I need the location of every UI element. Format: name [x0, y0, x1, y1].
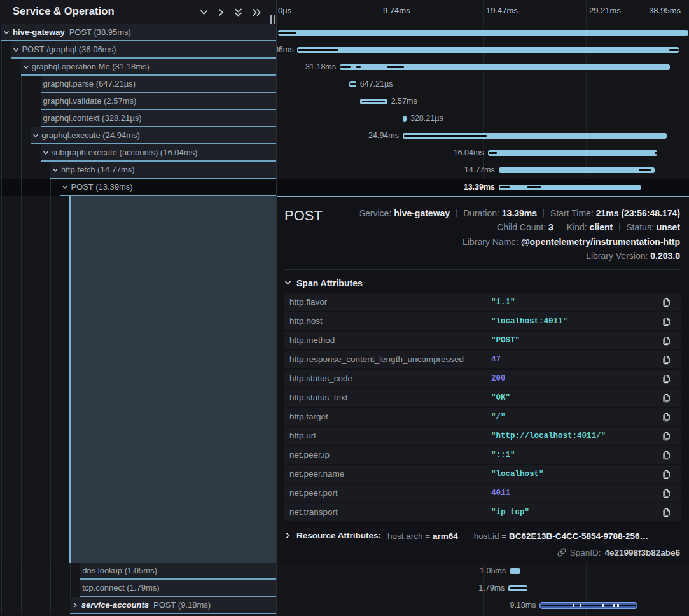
span-name-bar[interactable]: subgraph.execute (accounts) (16.04ms): [41, 144, 276, 162]
indent-guide: [31, 144, 31, 162]
span-name-bar[interactable]: service-accountsPOST (9.18ms): [70, 597, 276, 614]
timeline-row[interactable]: 14.77ms: [277, 162, 689, 179]
timeline-row[interactable]: 2.57ms: [277, 93, 689, 110]
timeline-row[interactable]: 1.05ms: [277, 563, 689, 580]
link-icon[interactable]: [557, 548, 566, 557]
span-name-bar[interactable]: POST (13.39ms): [60, 179, 276, 196]
chevron-down-icon[interactable]: [41, 150, 51, 156]
meta-label: Start Time:: [550, 208, 596, 218]
copy-icon[interactable]: [662, 470, 671, 479]
resource-key: host.id: [474, 531, 502, 541]
indent-guide: [50, 196, 51, 563]
span-bar[interactable]: [488, 150, 658, 156]
span-tree-row[interactable]: graphql.context (328.21µs): [0, 110, 276, 127]
copy-icon[interactable]: [662, 336, 671, 346]
chevron-down-icon[interactable]: [1, 29, 11, 36]
indent-guide: [1, 93, 2, 110]
expand-all-icon[interactable]: [251, 7, 262, 18]
span-tree-row[interactable]: graphql.operation Me (31.18ms): [0, 59, 276, 76]
copy-icon[interactable]: [662, 317, 671, 326]
critical-path-segment: [404, 135, 487, 137]
span-name-bar[interactable]: POST /graphql (36.06ms): [11, 41, 276, 59]
indent-guide: [11, 144, 11, 162]
timeline-row[interactable]: 1.79ms: [277, 580, 689, 597]
span-tree-row[interactable]: POST (13.39ms): [0, 179, 276, 196]
axis-tick-label: 0µs: [278, 6, 291, 15]
indent-guide: [60, 597, 60, 614]
span-tree-row[interactable]: subgraph.execute (accounts) (16.04ms): [0, 144, 276, 162]
detail-meta-line: Library Name: @opentelemetry/instrumenta…: [284, 235, 680, 249]
timeline-row[interactable]: 13.39ms: [277, 179, 689, 196]
span-duration-label: 24.94ms: [368, 127, 399, 144]
span-bar[interactable]: [510, 568, 520, 574]
attribute-row: http.status_text"OK": [284, 389, 681, 407]
span-name-bar[interactable]: dns.lookup (1.05ms): [80, 563, 276, 580]
span-tree-row[interactable]: POST /graphql (36.06ms): [0, 41, 276, 59]
span-name-bar[interactable]: graphql.validate (2.57ms): [41, 93, 276, 110]
span-id-label: SpanID:: [570, 548, 601, 557]
indent-guide: [70, 563, 71, 580]
span-attributes-title: Span Attributes: [296, 278, 363, 288]
copy-icon[interactable]: [662, 431, 671, 441]
chevron-right-icon[interactable]: [70, 602, 80, 608]
span-tree-row[interactable]: http.fetch (14.77ms): [0, 162, 276, 179]
timeline-row[interactable]: 647.21µs: [277, 76, 689, 93]
span-bar[interactable]: [278, 30, 688, 36]
span-tree-row[interactable]: hive-gatewayPOST (38.95ms): [0, 24, 276, 41]
meta-value: unset: [657, 222, 680, 232]
detail-span-title: POST: [284, 207, 323, 224]
span-tree-row[interactable]: graphql.execute (24.94ms): [0, 127, 276, 144]
copy-icon[interactable]: [662, 489, 671, 498]
copy-icon[interactable]: [662, 412, 671, 422]
chevron-down-icon[interactable]: [11, 46, 21, 53]
indent-guide: [70, 580, 71, 597]
span-tree-row[interactable]: graphql.validate (2.57ms): [0, 93, 276, 110]
chevron-down-icon[interactable]: [21, 64, 31, 70]
copy-icon[interactable]: [662, 298, 671, 307]
span-attributes-header[interactable]: Span Attributes: [284, 278, 681, 288]
timeline-row[interactable]: 16.04ms: [277, 144, 689, 162]
span-bar[interactable]: [297, 47, 679, 53]
indent-guide: [21, 162, 22, 179]
span-bar[interactable]: [499, 167, 655, 173]
timeline-row[interactable]: 31.18ms: [277, 59, 689, 76]
span-tree-row[interactable]: tcp.connect (1.79ms): [0, 580, 276, 597]
copy-icon[interactable]: [662, 374, 671, 384]
span-tree-row[interactable]: dns.lookup (1.05ms): [0, 563, 276, 580]
timeline-row[interactable]: 38.95ms: [277, 24, 689, 41]
collapse-all-icon[interactable]: [233, 7, 244, 18]
span-tree-row[interactable]: service-accountsPOST (9.18ms): [0, 597, 276, 614]
chevron-down-icon[interactable]: [50, 167, 60, 173]
span-bar[interactable]: [403, 116, 407, 122]
indent-guide: [50, 563, 51, 580]
span-name-bar[interactable]: tcp.connect (1.79ms): [80, 580, 276, 597]
collapsed-child-tick: [573, 604, 574, 607]
expand-one-icon[interactable]: [216, 7, 226, 18]
column-resizer-grip[interactable]: [270, 15, 276, 24]
chevron-down-icon[interactable]: [31, 132, 41, 139]
timeline-row[interactable]: 328.21µs: [277, 110, 689, 127]
timeline-row[interactable]: 9.18ms: [277, 597, 689, 614]
span-bar[interactable]: [499, 185, 641, 190]
copy-icon[interactable]: [662, 393, 671, 403]
span-name-bar[interactable]: graphql.operation Me (31.18ms): [21, 59, 276, 76]
copy-icon[interactable]: [662, 508, 671, 517]
indent-guide: [1, 76, 2, 93]
timeline-row[interactable]: 24.94ms: [277, 127, 689, 144]
resource-attributes-row[interactable]: Resource Attributes: host.arch = arm64ho…: [284, 530, 681, 541]
span-name-bar[interactable]: hive-gatewayPOST (38.95ms): [1, 24, 276, 41]
copy-icon[interactable]: [662, 451, 671, 460]
timeline-row[interactable]: 36.06ms: [277, 41, 689, 59]
indent-guide: [50, 580, 51, 597]
span-name-bar[interactable]: graphql.parse (647.21µs): [41, 76, 276, 93]
span-tree-row[interactable]: graphql.parse (647.21µs): [0, 76, 276, 93]
attribute-key: http.host: [289, 316, 323, 326]
service-name: hive-gateway: [13, 27, 65, 37]
span-name-bar[interactable]: graphql.context (328.21µs): [41, 110, 276, 127]
chevron-down-icon[interactable]: [60, 184, 70, 190]
span-name-bar[interactable]: graphql.execute (24.94ms): [31, 127, 276, 144]
span-name-bar[interactable]: http.fetch (14.77ms): [50, 162, 276, 179]
copy-icon[interactable]: [662, 355, 671, 365]
collapse-one-icon[interactable]: [198, 7, 209, 18]
meta-value: @opentelemetry/instrumentation-http: [521, 237, 680, 247]
